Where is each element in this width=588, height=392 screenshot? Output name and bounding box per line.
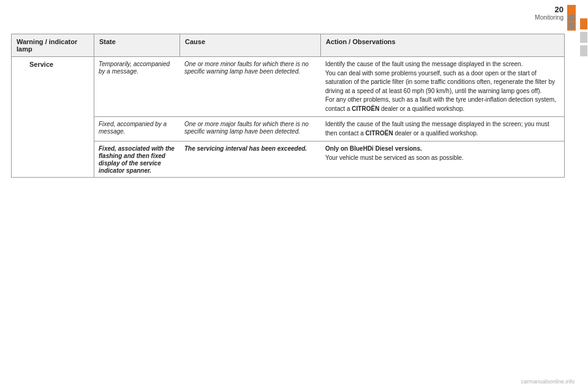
sub-state-2: Fixed, accompanied by a message. bbox=[94, 117, 180, 141]
sub-cause-2: One or more major faults for which there… bbox=[180, 117, 321, 141]
state-text-3: Fixed, associated with the flashing and … bbox=[99, 145, 175, 174]
side-nav-item-3[interactable] bbox=[580, 45, 587, 56]
side-nav-item-2[interactable] bbox=[580, 32, 587, 43]
lamp-name-text: Service bbox=[29, 61, 53, 68]
side-nav-item-1[interactable] bbox=[580, 18, 587, 29]
sub-cause-1: One or more minor faults for which there… bbox=[180, 57, 321, 117]
sub-cause-3: The servicing interval has been exceeded… bbox=[180, 141, 321, 178]
lamp-name: Service bbox=[25, 57, 58, 72]
cause-text-1: One or more minor faults for which there… bbox=[184, 61, 309, 75]
brand-name-2: CITROËN bbox=[366, 130, 393, 137]
action-text-1: Identify the cause of the fault using th… bbox=[325, 61, 556, 112]
sub-row-3: Fixed, associated with the flashing and … bbox=[94, 141, 564, 178]
state-text-2: Fixed, accompanied by a message. bbox=[99, 121, 167, 135]
warning-table: Warning / indicator lamp State Cause Act… bbox=[11, 34, 565, 178]
service-detail-cell: Temporarily, accompanied by a message. O… bbox=[94, 57, 565, 178]
sub-action-2: Identify the cause of the fault using th… bbox=[321, 117, 564, 141]
side-navigation bbox=[579, 0, 588, 392]
action-bold-1: Only on BlueHDi Diesel versions. bbox=[325, 145, 422, 152]
watermark: carmanualsonline.info bbox=[521, 379, 575, 385]
cause-text-3: The servicing interval has been exceeded… bbox=[184, 145, 307, 152]
sub-state-1: Temporarily, accompanied by a message. bbox=[94, 57, 180, 117]
col-header-state: State bbox=[94, 34, 180, 57]
sub-row-2: Fixed, accompanied by a message. One or … bbox=[94, 117, 564, 141]
sub-state-3: Fixed, associated with the flashing and … bbox=[94, 141, 180, 178]
action-text-2: Identify the cause of the fault using th… bbox=[325, 121, 549, 137]
state-text-1: Temporarily, accompanied by a message. bbox=[99, 61, 170, 75]
col-header-action: Action / Observations bbox=[321, 34, 565, 57]
sub-action-1: Identify the cause of the fault using th… bbox=[321, 57, 564, 117]
action-text-3: Only on BlueHDi Diesel versions.Your veh… bbox=[325, 145, 464, 161]
lamp-cell-service: Service bbox=[12, 57, 94, 178]
sub-row-1: Temporarily, accompanied by a message. O… bbox=[94, 57, 564, 117]
cause-text-2: One or more major faults for which there… bbox=[184, 121, 309, 135]
lamp-td-inner: Service bbox=[12, 57, 94, 72]
service-sub-table: Temporarily, accompanied by a message. O… bbox=[94, 57, 564, 177]
brand-name-1: CITROËN bbox=[352, 105, 379, 112]
sub-action-3: Only on BlueHDi Diesel versions.Your veh… bbox=[321, 141, 564, 178]
main-content: Warning / indicator lamp State Cause Act… bbox=[0, 0, 576, 189]
col-header-lamp: Warning / indicator lamp bbox=[12, 34, 94, 57]
table-row-service: Service Temporarily, accompanied by a me… bbox=[12, 57, 565, 178]
col-header-cause: Cause bbox=[180, 34, 321, 57]
table-header-row: Warning / indicator lamp State Cause Act… bbox=[12, 34, 565, 57]
